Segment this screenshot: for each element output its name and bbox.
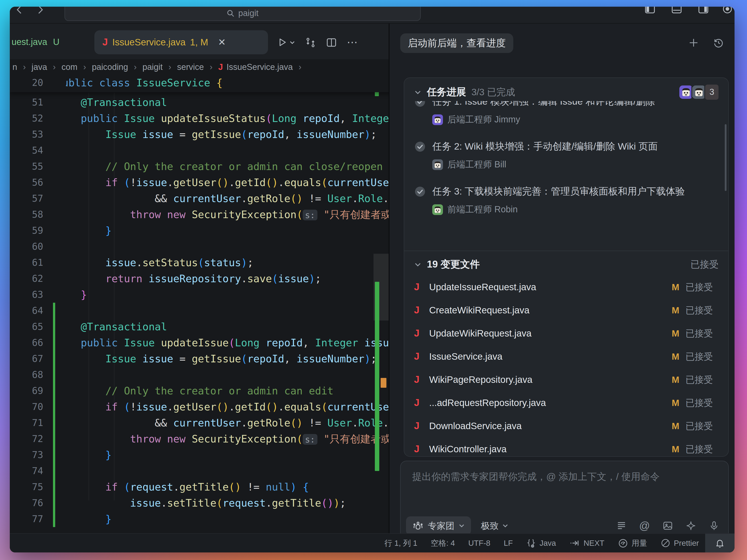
account-icon[interactable] bbox=[722, 7, 733, 14]
file-row[interactable]: JDownloadService.javaM已接受 bbox=[414, 418, 719, 434]
code-line[interactable]: 74 bbox=[10, 463, 389, 479]
code-line[interactable]: }63 bbox=[10, 287, 389, 303]
task-title: 任务 1: Issue 模块增强：编辑 Issue 和评论编辑/删除 bbox=[432, 101, 655, 108]
breadcrumb-item[interactable]: paigit bbox=[143, 62, 163, 72]
code-line[interactable]: if (request.getTitle() != null) {75 bbox=[10, 479, 389, 495]
file-row[interactable]: JCreateWikiRequest.javaM已接受 bbox=[414, 302, 719, 318]
breadcrumb-item[interactable]: service bbox=[177, 62, 204, 72]
breadcrumb-item[interactable]: java bbox=[32, 62, 47, 72]
code-line[interactable]: }77 bbox=[10, 511, 389, 527]
file-row[interactable]: JWikiController.javaM已接受 bbox=[414, 441, 719, 456]
open-changes-icon[interactable] bbox=[305, 37, 316, 48]
code-line[interactable]: 60 bbox=[10, 238, 389, 255]
code-text: if (!issue.getUser().getId().equals(curr… bbox=[56, 175, 389, 190]
code-line[interactable]: throw new SecurityException(s: "只有创建者或管理… bbox=[10, 431, 389, 447]
task-item[interactable]: 任务 2: Wiki 模块增强：手动创建/编辑/删除 Wiki 页面 后端工程师… bbox=[414, 140, 718, 171]
agent-avatar-cluster[interactable]: 3 bbox=[681, 84, 719, 101]
agent-selector[interactable]: 专家团 bbox=[406, 516, 471, 535]
code-line[interactable]: }59 bbox=[10, 223, 389, 238]
task-scroll-area[interactable]: 任务 1: Issue 模块增强：编辑 Issue 和评论编辑/删除 后端工程师… bbox=[414, 101, 724, 245]
code-line[interactable]: throw new SecurityException(s: "只有创建者或管理… bbox=[10, 207, 389, 223]
command-center-search[interactable]: paigit bbox=[65, 7, 421, 21]
forward-arrow-icon[interactable] bbox=[35, 7, 45, 15]
notifications-button[interactable] bbox=[705, 534, 735, 553]
status-item-next[interactable]: NEXT bbox=[569, 538, 604, 549]
history-icon[interactable] bbox=[713, 37, 724, 49]
file-row[interactable]: JUpdateIssueRequest.javaM已接受 bbox=[414, 279, 719, 295]
line-number: 65 bbox=[10, 319, 43, 335]
breadcrumb-item[interactable]: IssueService.java bbox=[227, 62, 293, 72]
tab-issueservice[interactable]: J IssueService.java 1, M ✕ bbox=[94, 30, 268, 54]
task-item[interactable]: 任务 3: 下载模块前端完善：管理员审核面板和用户下载体验 前端工程师 Robi… bbox=[414, 185, 718, 215]
user-message-chip[interactable]: 启动前后端，查看进度 bbox=[400, 33, 513, 53]
file-row[interactable]: JUpdateWikiRequest.javaM已接受 bbox=[414, 325, 719, 341]
status-item-prettier[interactable]: Prettier bbox=[661, 538, 699, 548]
back-arrow-icon[interactable] bbox=[14, 7, 25, 15]
task-item[interactable]: 任务 1: Issue 模块增强：编辑 Issue 和评论编辑/删除 后端工程师… bbox=[414, 101, 718, 126]
code-line[interactable]: }73 bbox=[10, 447, 389, 463]
file-row[interactable]: JWikiPageRepository.javaM已接受 bbox=[414, 372, 719, 388]
line-number: 53 bbox=[10, 126, 43, 143]
code-line[interactable]: if (!issue.getUser().getId().equals(curr… bbox=[10, 175, 389, 190]
code-line[interactable]: 68 bbox=[10, 367, 389, 383]
new-chat-icon[interactable] bbox=[688, 37, 699, 49]
code-line[interactable]: if (!issue.getUser().getId().equals(curr… bbox=[10, 399, 389, 415]
code-line[interactable]: @Transactional65 bbox=[10, 319, 389, 335]
status-item-行-1-列-1[interactable]: 行 1, 列 1 bbox=[384, 538, 417, 549]
code-line[interactable]: public Issue updateIssue(Long repoId, In… bbox=[10, 335, 389, 351]
code-line[interactable]: && currentUser.getRole() != User.Role.AD… bbox=[10, 190, 389, 207]
task-scrollbar-thumb[interactable] bbox=[725, 124, 726, 191]
toggle-left-sidebar-icon[interactable] bbox=[645, 7, 655, 14]
status-item-java[interactable]: Java bbox=[526, 538, 556, 548]
line-number: 59 bbox=[10, 223, 43, 238]
chat-input-controls: 专家团 极致 bbox=[406, 516, 719, 535]
code-line[interactable]: issue.setTitle(request.getTitle());76 bbox=[10, 495, 389, 511]
code-line[interactable]: issue.setStatus(status);61 bbox=[10, 255, 389, 271]
more-actions-icon[interactable]: ⋯ bbox=[347, 36, 358, 49]
editor-actions: ⋯ bbox=[277, 30, 358, 54]
code-line[interactable]: Issue issue = getIssue(repoId, issueNumb… bbox=[10, 351, 389, 367]
code-line[interactable]: 64 bbox=[10, 303, 389, 319]
status-item-lf[interactable]: LF bbox=[504, 538, 513, 548]
status-item-空格-4[interactable]: 空格: 4 bbox=[431, 538, 455, 549]
breadcrumb-item[interactable]: n bbox=[12, 62, 17, 72]
task-agent: 前端工程师 Robin bbox=[432, 203, 685, 215]
microphone-icon[interactable] bbox=[709, 520, 719, 531]
code-line[interactable]: && currentUser.getRole() != User.Role.AD… bbox=[10, 415, 389, 431]
status-item-utf-8[interactable]: UTF-8 bbox=[468, 538, 490, 548]
code-line[interactable]: Issue issue = getIssue(repoId, issueNumb… bbox=[10, 126, 389, 143]
toggle-right-sidebar-icon[interactable] bbox=[698, 7, 709, 14]
toggle-bottom-panel-icon[interactable] bbox=[671, 7, 682, 14]
breadcrumb-item[interactable]: paicoding bbox=[92, 62, 128, 72]
editor-vertical-scrollbar[interactable] bbox=[374, 75, 389, 533]
sticky-scroll-line[interactable]: public class IssueService {20 bbox=[10, 75, 389, 92]
chat-input-placeholder[interactable]: 提出你的需求专家团帮你完成，@ 添加上下文，/ 使用命令 bbox=[412, 470, 717, 483]
file-row[interactable]: JIssueService.javaM已接受 bbox=[414, 349, 719, 364]
mention-icon[interactable]: @ bbox=[639, 520, 650, 531]
breadcrumb[interactable]: n›java›com›paicoding›paigit›service›JIss… bbox=[10, 59, 389, 75]
file-row[interactable]: J...adRequestRepository.javaM已接受 bbox=[414, 395, 719, 411]
status-item-用量[interactable]: 用量 bbox=[618, 538, 647, 549]
code-editor[interactable]: @Transactional51 public Issue updateIssu… bbox=[10, 75, 389, 533]
chat-input-box[interactable]: 提出你的需求专家团帮你完成，@ 添加上下文，/ 使用命令 专家团 bbox=[400, 461, 729, 542]
braces-x-icon bbox=[526, 538, 536, 548]
tab-partial-file[interactable]: uest.java U bbox=[11, 37, 59, 47]
split-editor-icon[interactable] bbox=[326, 37, 337, 48]
code-line[interactable]: public class IssueService {20 bbox=[10, 75, 389, 92]
queue-list-icon[interactable] bbox=[616, 520, 626, 531]
code-line[interactable]: // Only the creator or admin can close/r… bbox=[10, 158, 389, 175]
code-text: @Transactional bbox=[56, 319, 167, 335]
code-line[interactable]: @Transactional51 bbox=[10, 94, 389, 110]
close-icon[interactable]: ✕ bbox=[218, 37, 226, 48]
image-attach-icon[interactable] bbox=[663, 520, 673, 531]
task-card-header[interactable]: 任务进展 3/3 已完成 3 bbox=[414, 84, 719, 100]
model-selector[interactable]: 极致 bbox=[481, 520, 508, 532]
code-line[interactable]: // Only the creator or admin can edit69 bbox=[10, 383, 389, 399]
code-line[interactable]: public Issue updateIssueStatus(Long repo… bbox=[10, 110, 389, 126]
code-line[interactable]: 54 bbox=[10, 143, 389, 158]
changed-files-header[interactable]: 19 变更文件 已接受 bbox=[414, 257, 719, 272]
breadcrumb-item[interactable]: com bbox=[61, 62, 77, 72]
enhance-prompt-icon[interactable] bbox=[686, 520, 696, 531]
run-button[interactable] bbox=[277, 37, 295, 48]
code-line[interactable]: return issueRepository.save(issue);62 bbox=[10, 271, 389, 287]
